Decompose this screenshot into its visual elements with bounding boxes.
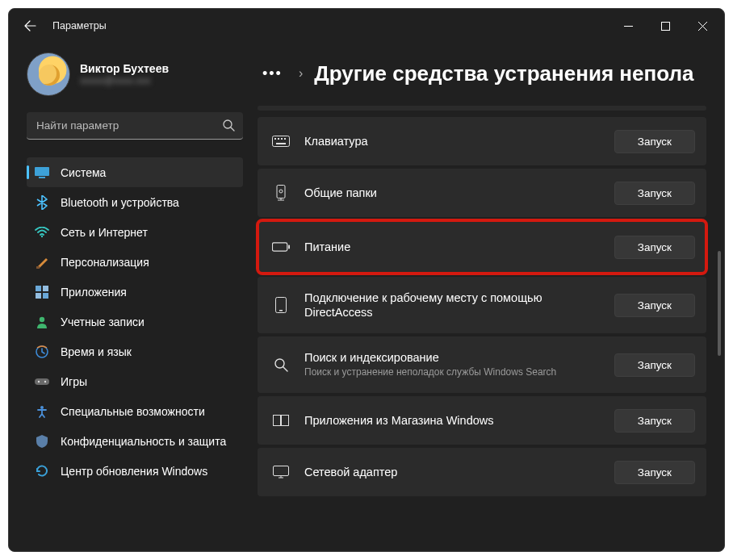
row-title: Общие папки [304,186,600,200]
search-icon [272,357,290,372]
troubleshooter-shared-folders[interactable]: Общие папки Запуск [258,169,706,217]
run-button[interactable]: Запуск [614,130,695,153]
sidebar-item-accessibility[interactable]: Специальные возможности [27,396,243,426]
run-button[interactable]: Запуск [614,461,695,484]
minimize-button[interactable] [609,13,647,39]
troubleshooter-store-apps[interactable]: Приложения из Магазина Windows Запуск [258,396,706,445]
row-title: Поиск и индексирование [304,350,600,365]
sidebar-item-label: Игры [61,375,87,388]
row-title: Питание [304,240,600,254]
main-panel: ••• › Другие средства устранения непола … [251,43,724,551]
back-arrow-icon [23,19,36,32]
close-button[interactable] [684,13,721,39]
settings-window: Параметры Виктор Бухтеев xxxxx@xxxx.xxx [8,8,725,552]
sidebar-item-update[interactable]: Центр обновления Windows [27,456,243,486]
window-controls [609,13,721,39]
avatar [27,52,70,96]
sidebar-item-label: Центр обновления Windows [61,465,207,478]
svg-point-1 [224,120,232,128]
sidebar-item-system[interactable]: Система [27,157,243,187]
scrollbar[interactable] [718,146,721,437]
sidebar-item-apps[interactable]: Приложения [27,277,243,307]
keyboard-icon [272,136,290,147]
sidebar-item-personalization[interactable]: Персонализация [27,247,243,277]
monitor-icon [35,165,49,180]
games-icon [35,374,49,389]
row-title: Подключение к рабочему месту с помощью D… [304,290,600,320]
run-button[interactable]: Запуск [614,182,695,205]
sidebar-item-label: Персонализация [61,256,149,269]
svg-rect-31 [274,466,289,476]
row-texts: Подключение к рабочему месту с помощью D… [304,290,600,320]
troubleshooter-directaccess[interactable]: Подключение к рабочему месту с помощью D… [258,277,706,333]
troubleshooter-keyboard[interactable]: Клавиатура Запуск [258,117,706,165]
battery-icon [272,242,290,252]
sidebar-item-accounts[interactable]: Учетные записи [27,307,243,336]
sidebar-item-gaming[interactable]: Игры [27,366,243,396]
search-input[interactable] [27,112,243,140]
svg-point-10 [40,316,44,321]
svg-rect-8 [36,293,41,299]
minimize-icon [624,22,633,31]
sidebar-item-label: Bluetooth и устройства [61,196,179,209]
sidebar-item-privacy[interactable]: Конфиденциальность и защита [27,426,243,456]
sidebar-item-bluetooth[interactable]: Bluetooth и устройства [27,187,243,217]
apps-icon [35,285,49,299]
row-texts: Поиск и индексирование Поиск и устранени… [304,350,600,379]
svg-point-13 [38,380,40,382]
list-item-partial [258,106,706,111]
row-title: Приложения из Магазина Windows [304,413,600,428]
maximize-button[interactable] [647,13,684,39]
svg-rect-16 [273,136,290,147]
profile-block[interactable]: Виктор Бухтеев xxxxx@xxxx.xxx [27,52,243,96]
row-title: Клавиатура [304,134,600,148]
window-title: Параметры [52,20,107,31]
sidebar-item-label: Система [61,166,106,179]
monitor-icon [272,466,290,479]
breadcrumb-more-button[interactable]: ••• [258,62,287,86]
run-button[interactable]: Запуск [614,409,695,433]
sidebar-item-network[interactable]: Сеть и Интернет [27,217,243,247]
svg-rect-12 [35,378,49,385]
svg-point-15 [40,406,44,409]
search-icon [222,119,235,135]
troubleshooter-network-adapter[interactable]: Сетевой адаптер Запуск [258,448,706,496]
svg-rect-25 [288,245,290,249]
run-button[interactable]: Запуск [614,294,695,317]
sidebar-item-label: Учетные записи [61,316,145,328]
svg-rect-22 [277,186,285,199]
troubleshooter-list: Клавиатура Запуск Общие папки Запуск [251,106,724,496]
content-area: Виктор Бухтеев xxxxx@xxxx.xxx Система [9,43,724,551]
back-button[interactable] [15,11,44,40]
share-icon [272,185,290,201]
scrollbar-thumb[interactable] [718,251,721,356]
access-icon [35,404,49,419]
svg-point-4 [41,235,43,236]
sidebar-item-label: Приложения [61,286,127,299]
close-icon [698,22,707,31]
phone-icon [272,297,290,313]
svg-rect-9 [43,293,48,299]
row-subtitle: Поиск и устранение неполадок службы Wind… [304,366,600,379]
time-icon [35,345,49,359]
svg-rect-20 [284,138,286,140]
run-button[interactable]: Запуск [614,353,695,377]
svg-rect-2 [35,167,49,176]
bluetooth-icon [35,195,49,210]
store-icon [272,415,290,426]
run-button[interactable]: Запуск [614,236,695,259]
svg-point-14 [44,380,46,382]
search-box [27,112,243,140]
troubleshooter-search-indexing[interactable]: Поиск и индексирование Поиск и устранени… [258,336,706,393]
profile-email: xxxxx@xxxx.xxx [80,75,169,86]
svg-rect-24 [272,243,287,251]
svg-rect-17 [274,138,276,140]
svg-rect-0 [661,22,669,30]
brush-icon [35,255,49,270]
troubleshooter-power[interactable]: Питание Запуск [258,220,706,274]
profile-texts: Виктор Бухтеев xxxxx@xxxx.xxx [80,62,169,86]
svg-rect-30 [282,416,289,426]
sidebar-item-time[interactable]: Время и язык [27,336,243,366]
svg-rect-7 [43,286,48,291]
svg-rect-29 [274,416,281,426]
